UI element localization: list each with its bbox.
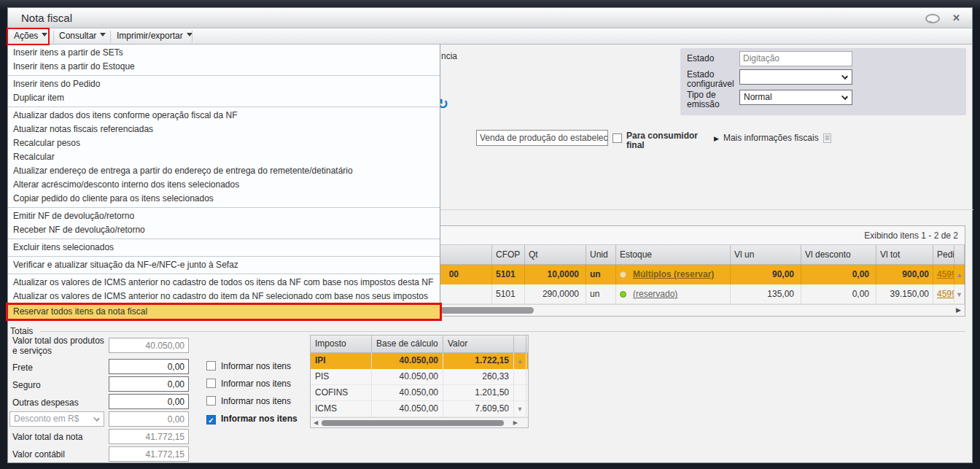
totais-fieldset-line bbox=[40, 331, 965, 332]
frete-field[interactable] bbox=[109, 359, 189, 374]
scroll-down-icon[interactable]: ▼ bbox=[517, 406, 524, 413]
horizontal-scrollbar[interactable]: ◀ ▶ bbox=[311, 417, 528, 427]
outras-despesas-label: Outras despesas bbox=[12, 398, 109, 408]
scroll-down-icon[interactable]: ▼ bbox=[956, 291, 962, 298]
arrow-right-icon: ▶ bbox=[714, 135, 719, 142]
chevron-down-icon bbox=[93, 415, 100, 422]
scroll-up-icon[interactable]: ▲ bbox=[956, 271, 962, 279]
scroll-down-cell: ▼ bbox=[514, 401, 526, 416]
column-header-scroll bbox=[954, 245, 965, 264]
scroll-cell bbox=[514, 369, 526, 384]
estoque-link[interactable]: (reservado) bbox=[633, 289, 677, 299]
chevron-down-icon bbox=[42, 33, 47, 39]
menu-item-excluir-itens[interactable]: Excluir itens selecionados bbox=[8, 241, 440, 255]
menu-item-atualizar-icms-selecionado[interactable]: Atualizar os valores de ICMS anterior no… bbox=[8, 290, 440, 303]
menu-item-inserir-pedido[interactable]: Inserir itens do Pedido bbox=[8, 77, 440, 91]
column-header-valor[interactable]: Valor bbox=[443, 336, 514, 352]
column-header-base-calculo[interactable]: Base de cálculo bbox=[372, 336, 443, 352]
title-bar: Nota fiscal ✕ bbox=[8, 8, 972, 28]
column-header-estoque[interactable]: Estoque bbox=[616, 245, 731, 264]
stock-status-dot-icon bbox=[620, 271, 626, 278]
informar-outras: Informar nos itens bbox=[206, 396, 291, 408]
column-header-vl-tot[interactable]: Vl tot bbox=[876, 245, 933, 264]
paging-status: Exibindo itens 1 - 2 de 2 bbox=[864, 230, 958, 241]
menu-item-duplicar-item[interactable]: Duplicar item bbox=[8, 91, 440, 105]
para-consumidor-final-checkbox[interactable] bbox=[612, 133, 622, 143]
mais-informacoes-fiscais-link[interactable]: ▶Mais informações fiscais≡ bbox=[714, 133, 831, 143]
tax-base: 40.050,00 bbox=[372, 401, 443, 416]
table-row[interactable]: ICMS 40.050,00 7.609,50 ▼ bbox=[311, 401, 528, 417]
natureza-operacao-field[interactable]: Venda de produção do estabelecime bbox=[476, 130, 608, 146]
column-header-vl-desconto[interactable]: Vl desconto bbox=[801, 245, 876, 264]
pedido-link[interactable]: 4599 bbox=[937, 289, 954, 299]
table-row[interactable]: PIS 40.050,00 260,33 bbox=[311, 369, 528, 385]
chevron-down-icon bbox=[100, 33, 106, 39]
informar-desconto-checkbox[interactable]: ✓ bbox=[206, 415, 216, 425]
informar-seguro: Informar nos itens bbox=[206, 379, 291, 390]
menu-item-atualizar-notas-referenciadas[interactable]: Atualizar notas fiscais referenciadas bbox=[8, 123, 440, 136]
tax-table: Imposto Base de cálculo Valor IPI 40.050… bbox=[310, 335, 529, 428]
table-row[interactable]: IPI 40.050,00 1.722,15 ▲ bbox=[311, 353, 528, 369]
tipo-emissao-select[interactable]: Normal bbox=[739, 90, 852, 105]
comment-bubble-icon[interactable] bbox=[925, 14, 940, 23]
table-row[interactable]: COFINS 40.050,00 1.201,50 bbox=[311, 385, 528, 401]
item-vl-desconto: 0,00 bbox=[801, 284, 876, 303]
tax-name: IPI bbox=[311, 353, 372, 369]
truncated-label: ncia bbox=[441, 51, 457, 61]
menu-item-copiar-pedido-cliente[interactable]: Copiar pedido do cliente para os itens s… bbox=[8, 192, 440, 206]
menu-item-reservar-todos-itens[interactable]: Reservar todos itens da nota fiscal bbox=[8, 305, 440, 319]
desconto-tipo-select[interactable]: Desconto em R$ bbox=[9, 411, 104, 427]
item-estoque: Múltiplos (reservar) bbox=[616, 265, 731, 284]
menubar-divider bbox=[192, 31, 192, 42]
item-vl-tot: 900,00 bbox=[876, 265, 933, 284]
menu-imprimir-exportar[interactable]: Imprimir/exportar bbox=[112, 28, 197, 44]
menu-acoes[interactable]: Ações bbox=[9, 28, 52, 44]
menu-item-recalcular[interactable]: Recalcular bbox=[8, 150, 440, 164]
close-icon[interactable]: ✕ bbox=[952, 12, 960, 23]
menu-item-atualizar-endereco-entrega[interactable]: Atualizar endereço de entrega a partir d… bbox=[8, 164, 440, 178]
informar-seguro-checkbox[interactable] bbox=[206, 379, 216, 388]
valor-contabil-label: Valor contábil bbox=[12, 449, 109, 460]
menu-separator bbox=[8, 106, 440, 107]
menu-item-inserir-estoque[interactable]: Inserir itens a partir do Estoque bbox=[8, 60, 440, 74]
informar-frete-checkbox[interactable] bbox=[206, 361, 216, 371]
estoque-link[interactable]: Múltiplos (reservar) bbox=[633, 269, 714, 279]
scrollbar-thumb[interactable] bbox=[322, 420, 504, 426]
column-header-pedido[interactable]: Pedido bbox=[933, 245, 954, 264]
estado-configuravel-select[interactable] bbox=[739, 69, 852, 85]
chevron-down-icon bbox=[841, 93, 848, 100]
valor-nota-label: Valor total da nota bbox=[12, 432, 109, 442]
desconto-field[interactable] bbox=[109, 411, 189, 427]
pedido-link[interactable]: 4599 bbox=[937, 269, 954, 279]
outras-despesas-field[interactable] bbox=[109, 394, 189, 409]
menu-item-verificar-sefaz[interactable]: Verificar e atualizar situação da NF-e/N… bbox=[8, 258, 440, 272]
scroll-cell bbox=[514, 385, 526, 400]
scroll-right-icon[interactable]: ▶ bbox=[956, 306, 961, 314]
menu-consultar[interactable]: Consultar bbox=[55, 28, 110, 44]
scroll-left-icon[interactable]: ◀ bbox=[314, 419, 318, 426]
column-header-unid[interactable]: Unid bbox=[586, 245, 616, 264]
menu-separator bbox=[8, 256, 440, 257]
tax-valor: 1.722,15 bbox=[443, 353, 514, 369]
column-header-vl-un[interactable]: Vl un bbox=[731, 245, 801, 264]
column-header-imposto[interactable]: Imposto bbox=[311, 336, 372, 352]
menu-item-alterar-acrescimo-desconto[interactable]: Alterar acréscimo/desconto interno dos i… bbox=[8, 178, 440, 192]
valor-produtos-field bbox=[109, 338, 189, 353]
item-vl-un: 135,00 bbox=[731, 284, 801, 303]
column-header-qt[interactable]: Qt bbox=[525, 245, 586, 264]
menu-item-recalcular-pesos[interactable]: Recalcular pesos bbox=[8, 136, 440, 150]
item-vl-un: 90,00 bbox=[731, 265, 801, 284]
menu-item-emitir-nf-devolucao[interactable]: Emitir NF de devolução/retorno bbox=[8, 209, 440, 223]
menu-item-inserir-sets[interactable]: Inserir itens a partir de SETs bbox=[8, 46, 440, 60]
seguro-field[interactable] bbox=[109, 376, 189, 392]
tax-valor: 260,33 bbox=[443, 369, 514, 384]
estado-panel: Estado Digitação Estado configurável Tip… bbox=[680, 48, 966, 115]
menu-item-receber-nf-devolucao[interactable]: Receber NF de devolução/retorno bbox=[8, 223, 440, 237]
column-header-cfop[interactable]: CFOP bbox=[492, 245, 525, 264]
menu-item-atualizar-icms-todos[interactable]: Atualizar os valores de ICMS anterior no… bbox=[8, 276, 440, 290]
tax-valor: 7.609,50 bbox=[443, 401, 514, 416]
menu-item-atualizar-dados-itens[interactable]: Atualizar dados dos itens conforme opera… bbox=[8, 109, 440, 123]
scroll-right-icon[interactable]: ▶ bbox=[513, 419, 518, 426]
scroll-up-icon[interactable]: ▲ bbox=[517, 357, 524, 365]
informar-outras-checkbox[interactable] bbox=[206, 396, 216, 406]
